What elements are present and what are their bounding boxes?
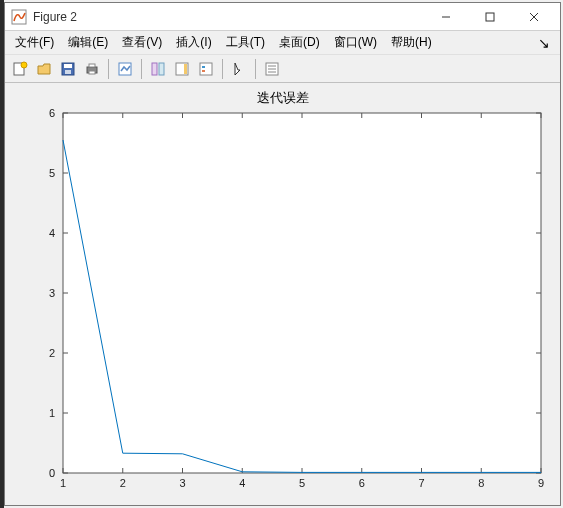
menu-desktop[interactable]: 桌面(D) [273, 32, 326, 53]
open-button[interactable] [33, 58, 55, 80]
svg-text:5: 5 [299, 477, 305, 489]
toolbar-separator [222, 59, 223, 79]
insert-legend-button[interactable] [195, 58, 217, 80]
svg-rect-15 [159, 63, 164, 75]
print-button[interactable] [81, 58, 103, 80]
toolbar [5, 55, 560, 83]
property-editor-button[interactable] [261, 58, 283, 80]
line-chart[interactable]: 1234567890123456 [23, 107, 553, 499]
svg-rect-2 [486, 13, 494, 21]
svg-text:9: 9 [538, 477, 544, 489]
new-figure-button[interactable] [9, 58, 31, 80]
svg-rect-12 [89, 71, 95, 74]
data-cursor-button[interactable] [147, 58, 169, 80]
svg-text:3: 3 [179, 477, 185, 489]
svg-text:8: 8 [478, 477, 484, 489]
svg-rect-25 [63, 113, 541, 473]
menu-view[interactable]: 查看(V) [116, 32, 168, 53]
svg-point-6 [21, 62, 27, 68]
menubar: 文件(F) 编辑(E) 查看(V) 插入(I) 工具(T) 桌面(D) 窗口(W… [5, 31, 560, 55]
svg-text:1: 1 [49, 407, 55, 419]
matlab-figure-icon [11, 9, 27, 25]
svg-text:5: 5 [49, 167, 55, 179]
figure-window: Figure 2 文件(F) 编辑(E) 查看(V) 插入(I) 工具(T) 桌… [4, 2, 561, 506]
svg-text:2: 2 [120, 477, 126, 489]
svg-text:6: 6 [49, 107, 55, 119]
menu-file[interactable]: 文件(F) [9, 32, 60, 53]
svg-text:4: 4 [49, 227, 55, 239]
titlebar[interactable]: Figure 2 [5, 3, 560, 31]
svg-text:4: 4 [239, 477, 245, 489]
svg-rect-11 [89, 64, 95, 67]
svg-rect-18 [200, 63, 212, 75]
svg-text:7: 7 [418, 477, 424, 489]
insert-colorbar-button[interactable] [171, 58, 193, 80]
save-button[interactable] [57, 58, 79, 80]
chart-title: 迭代误差 [5, 89, 560, 107]
svg-text:3: 3 [49, 287, 55, 299]
svg-rect-8 [64, 64, 72, 68]
toolbar-separator [255, 59, 256, 79]
svg-text:2: 2 [49, 347, 55, 359]
svg-text:0: 0 [49, 467, 55, 479]
menu-insert[interactable]: 插入(I) [170, 32, 217, 53]
svg-rect-9 [65, 70, 71, 74]
menu-edit[interactable]: 编辑(E) [62, 32, 114, 53]
toolbar-separator [108, 59, 109, 79]
close-button[interactable] [512, 3, 556, 31]
maximize-button[interactable] [468, 3, 512, 31]
menu-tools[interactable]: 工具(T) [220, 32, 271, 53]
svg-text:6: 6 [359, 477, 365, 489]
menu-help[interactable]: 帮助(H) [385, 32, 438, 53]
menu-window[interactable]: 窗口(W) [328, 32, 383, 53]
svg-text:1: 1 [60, 477, 66, 489]
plot-area: 迭代误差 1234567890123456 [5, 83, 560, 505]
minimize-button[interactable] [424, 3, 468, 31]
edit-plot-button[interactable] [228, 58, 250, 80]
toolbar-separator [141, 59, 142, 79]
menubar-overflow-icon[interactable]: ↘ [532, 35, 556, 51]
window-title: Figure 2 [33, 10, 424, 24]
link-plot-button[interactable] [114, 58, 136, 80]
svg-rect-14 [152, 63, 157, 75]
svg-rect-17 [184, 64, 187, 74]
